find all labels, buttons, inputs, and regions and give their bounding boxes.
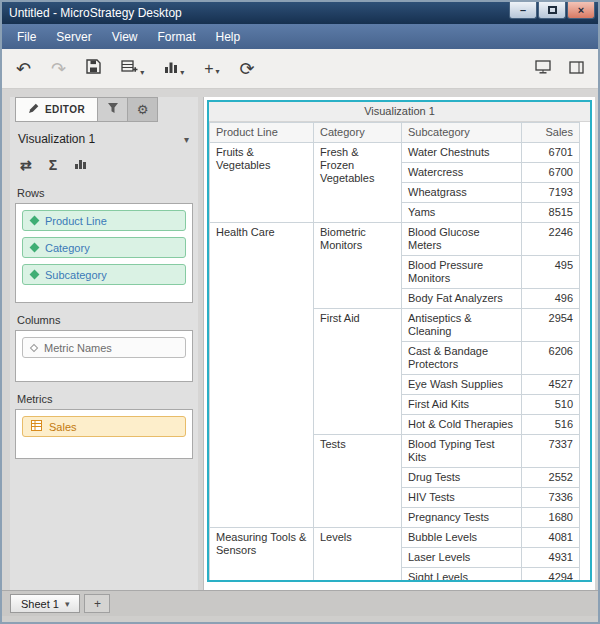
tab-filter[interactable] [98,97,128,122]
grid-table: Product LineCategorySubcategorySales Fru… [209,122,580,580]
sales-cell[interactable]: 4081 [522,528,580,548]
subcategory-cell[interactable]: Water Chestnuts [402,143,522,163]
category-cell[interactable]: First Aid [314,309,402,435]
sales-cell[interactable]: 8515 [522,203,580,223]
visualization-icon [164,60,178,78]
window-frame [2,616,598,622]
sales-cell[interactable]: 7193 [522,183,580,203]
product-line-cell[interactable]: Health Care [210,223,314,528]
subcategory-cell[interactable]: Cast & Bandage Protectors [402,342,522,375]
rows-drop-zone[interactable]: Product Line Category Subcategory [15,203,193,303]
minimize-icon: – [520,4,526,16]
visualization-selector[interactable]: Visualization 1 ▾ [15,122,193,150]
menu-server[interactable]: Server [46,27,101,47]
category-cell[interactable]: Tests [314,435,402,528]
menu-format[interactable]: Format [147,27,205,47]
sales-cell[interactable]: 4931 [522,548,580,568]
sales-cell[interactable]: 4527 [522,375,580,395]
title-bar[interactable]: Untitled - MicroStrategy Desktop – × [2,2,598,24]
sheet-tab[interactable]: Sheet 1 ▾ [10,594,80,613]
attribute-diamond-icon [30,270,40,280]
sales-cell[interactable]: 6701 [522,143,580,163]
pill-sales[interactable]: Sales [22,416,186,437]
sales-cell[interactable]: 6206 [522,342,580,375]
menu-file[interactable]: File [7,27,46,47]
pill-category[interactable]: Category [22,237,186,258]
pill-metric-names[interactable]: Metric Names [22,337,186,358]
menu-help[interactable]: Help [206,27,251,47]
add-sheet-button[interactable]: + [84,594,110,613]
sales-cell[interactable]: 2552 [522,468,580,488]
grid-header-row: Product LineCategorySubcategorySales [210,123,580,143]
subcategory-cell[interactable]: Blood Glucose Meters [402,223,522,256]
product-line-cell[interactable]: Measuring Tools & Sensors [210,528,314,581]
subcategory-cell[interactable]: HIV Tests [402,488,522,508]
category-cell[interactable]: Levels [314,528,402,581]
subcategory-cell[interactable]: Blood Pressure Monitors [402,256,522,289]
category-cell[interactable]: Biometric Monitors [314,223,402,309]
subcategory-cell[interactable]: Eye Wash Supplies [402,375,522,395]
insert-visualization-button[interactable]: ▾ [164,60,184,78]
product-line-cell[interactable]: Fruits & Vegetables [210,143,314,223]
subcategory-cell[interactable]: Watercress [402,163,522,183]
save-button[interactable] [86,59,101,78]
subcategory-cell[interactable]: Wheatgrass [402,183,522,203]
columns-drop-zone[interactable]: Metric Names [15,330,193,382]
grid-column-header[interactable]: Category [314,123,402,143]
insert-button[interactable]: + ▾ [204,61,219,77]
sales-cell[interactable]: 1680 [522,508,580,528]
subcategory-cell[interactable]: Yams [402,203,522,223]
subcategory-cell[interactable]: Laser Levels [402,548,522,568]
subcategory-cell[interactable]: Hot & Cold Therapies [402,415,522,435]
totals-icon[interactable]: Σ [49,157,57,173]
subcategory-cell[interactable]: Blood Typing Test Kits [402,435,522,468]
pill-product-line[interactable]: Product Line [22,210,186,231]
subcategory-cell[interactable]: First Aid Kits [402,395,522,415]
pencil-icon [28,103,39,116]
subcategory-cell[interactable]: Sight Levels [402,568,522,581]
redo-button[interactable]: ↷ [51,61,66,77]
subcategory-cell[interactable]: Pregnancy Tests [402,508,522,528]
grid-column-header[interactable]: Product Line [210,123,314,143]
tab-editor[interactable]: EDITOR [15,97,98,122]
sales-cell[interactable]: 6700 [522,163,580,183]
minimize-button[interactable]: – [509,2,537,19]
sheet-tab-label: Sheet 1 [21,598,59,610]
subcategory-cell[interactable]: Body Fat Analyzers [402,289,522,309]
visualization-container[interactable]: Visualization 1 Product LineCategorySubc… [207,100,592,582]
sales-cell[interactable]: 495 [522,256,580,289]
category-cell[interactable]: Fresh & Frozen Vegetables [314,143,402,223]
subcategory-cell[interactable]: Drug Tests [402,468,522,488]
grid-column-header[interactable]: Sales [522,123,580,143]
undo-button[interactable]: ↶ [16,61,31,77]
sales-cell[interactable]: 7336 [522,488,580,508]
sales-cell[interactable]: 2246 [522,223,580,256]
sales-cell[interactable]: 496 [522,289,580,309]
pivot-icon[interactable]: ⇄ [20,157,32,173]
panels-icon [569,60,584,78]
panels-button[interactable] [569,60,584,78]
subcategory-cell[interactable]: Bubble Levels [402,528,522,548]
maximize-button[interactable] [538,2,566,19]
subcategory-cell[interactable]: Antiseptics & Cleaning [402,309,522,342]
visualization-title[interactable]: Visualization 1 [209,102,590,122]
metrics-drop-zone[interactable]: Sales [15,409,193,459]
sales-cell[interactable]: 510 [522,395,580,415]
sales-cell[interactable]: 4294 [522,568,580,581]
menu-view[interactable]: View [102,27,148,47]
metric-icon [31,420,42,433]
close-button[interactable]: × [567,2,595,19]
tab-properties[interactable]: ⚙ [128,97,158,122]
refresh-button[interactable]: ⟳ [240,61,255,77]
sales-cell[interactable]: 516 [522,415,580,435]
columns-label: Columns [17,314,193,326]
sales-cell[interactable]: 7337 [522,435,580,468]
grid-column-header[interactable]: Subcategory [402,123,522,143]
chart-type-icon[interactable] [74,156,87,174]
grid-row: Health CareBiometric MonitorsBlood Gluco… [210,223,580,256]
insert-plus-icon: + [204,61,213,77]
add-data-button[interactable]: ▾ [121,59,144,78]
sales-cell[interactable]: 2954 [522,309,580,342]
presentation-button[interactable] [535,60,551,78]
pill-subcategory[interactable]: Subcategory [22,264,186,285]
